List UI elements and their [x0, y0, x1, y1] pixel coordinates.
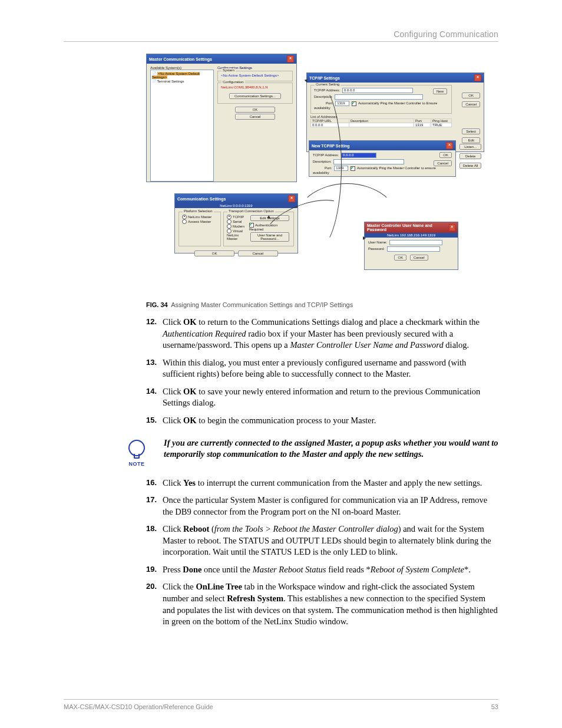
port-label: Port:: [325, 166, 332, 170]
auto-ping-checkbox[interactable]: [351, 166, 355, 171]
step-item: 12.Click OK to return to the Communicati…: [146, 317, 498, 351]
ok-button[interactable]: OK: [462, 93, 480, 98]
dlg-title: TCP/IP Settings: [309, 76, 340, 80]
dlg-title: Communication Settings: [177, 197, 226, 201]
steps-list-a: 12.Click OK to return to the Communicati…: [146, 317, 498, 427]
transport-label: Transport Connection Option: [227, 209, 275, 213]
cancel-button[interactable]: Cancel: [238, 251, 278, 256]
desc-label: Description:: [313, 160, 332, 163]
listen-button[interactable]: Listen...: [459, 144, 481, 150]
port-label: Port:: [326, 101, 333, 105]
radio-virtual[interactable]: [227, 229, 232, 233]
config-value: NetLinx:COM1,38400,8,N,1,N: [221, 85, 289, 89]
step-number: 13.: [146, 357, 163, 380]
cell-ping: TRUE: [431, 123, 452, 127]
cancel-button[interactable]: Cancel: [235, 114, 275, 120]
step-item: 20.Click the OnLine Tree tab in the Work…: [146, 581, 498, 627]
col-desc: Description: [349, 119, 414, 123]
step-number: 15.: [146, 415, 163, 427]
step-text: Once the particular System Master is con…: [163, 495, 498, 518]
step-item: 16.Click Yes to interrupt the current co…: [146, 477, 498, 489]
ok-button[interactable]: OK: [194, 251, 234, 256]
radio-netlinx-master[interactable]: [182, 215, 187, 219]
opt-label: NetLinx Master: [188, 215, 211, 219]
step-text: Click OK to return to the Communications…: [163, 317, 498, 351]
steps-list-b: 16.Click Yes to interrupt the current co…: [146, 477, 498, 628]
address-table[interactable]: TCP/IP:URL Description Port Ping Host 0.…: [310, 118, 452, 127]
step-item: 13.Within this dialog, you must enter a …: [146, 357, 498, 380]
step-text: Click OK to begin the communication proc…: [163, 415, 498, 427]
step-item: 17.Once the particular System Master is …: [146, 495, 498, 518]
system-label: System: [222, 68, 236, 72]
dlg-new-tcpip: New TCP/IP Setting × TCP/IP Address: 0.0…: [309, 140, 456, 177]
radio-serial[interactable]: [227, 219, 232, 224]
note-label: NOTE: [123, 461, 151, 467]
username-input[interactable]: [389, 240, 442, 245]
config-label: Configuration: [222, 80, 245, 84]
radio-tcpip[interactable]: [227, 215, 232, 219]
new-port-input[interactable]: 1319: [334, 166, 348, 171]
arrow-head-icon: [363, 236, 366, 240]
table-row[interactable]: 0.0.0.0 1319 TRUE: [311, 123, 452, 127]
delete-button[interactable]: Delete: [459, 153, 481, 159]
step-number: 20.: [146, 581, 163, 627]
step-text: Within this dialog, you must enter a pre…: [163, 357, 498, 380]
edit-button[interactable]: Edit: [462, 137, 480, 143]
radio-modem[interactable]: [227, 224, 232, 229]
auto-ping-checkbox[interactable]: [352, 101, 356, 106]
close-icon[interactable]: ×: [446, 142, 453, 149]
tree-item[interactable]: <No Active System Default Settings>: [152, 72, 200, 79]
step-number: 18.: [146, 523, 163, 558]
select-button[interactable]: Select: [462, 129, 480, 134]
description-input[interactable]: [335, 94, 423, 100]
opt-label: Serial: [233, 220, 242, 223]
step-number: 14.: [146, 386, 163, 409]
close-icon[interactable]: ×: [287, 55, 294, 62]
radio-axcess-master[interactable]: [182, 219, 187, 224]
step-text: Click OK to save your newly entered info…: [163, 386, 498, 409]
user-label: User Name:: [368, 241, 387, 244]
col-url: TCP/IP:URL: [311, 119, 349, 123]
dlg-title: Master Communication Settings: [149, 57, 212, 61]
tcpip-address-input[interactable]: 0.0.0.0: [342, 88, 413, 93]
new-button[interactable]: New: [433, 88, 447, 94]
auth-required-checkbox[interactable]: [249, 223, 254, 228]
ok-button[interactable]: OK: [439, 152, 452, 158]
current-setting-label: Current Setting: [315, 83, 340, 86]
desc-label: Description:: [314, 95, 333, 98]
col-ping: Ping Host: [431, 119, 452, 123]
ok-button[interactable]: OK: [235, 107, 275, 113]
step-text: Press Done once until the Master Reboot …: [163, 564, 498, 576]
step-item: 14.Click OK to save your newly entered i…: [146, 386, 498, 409]
password-input[interactable]: [387, 246, 440, 252]
close-icon[interactable]: ×: [449, 224, 456, 231]
cancel-button[interactable]: Cancel: [462, 101, 480, 107]
system-tree[interactable]: 📄 <No Active System Default Settings> 📄 …: [150, 70, 214, 182]
comm-settings-button[interactable]: Communication Settings...: [229, 93, 281, 99]
figure-caption-text: Assigning Master Communication Settings …: [171, 301, 353, 308]
step-number: 12.: [146, 317, 163, 351]
dlg-auth: Master Controller User Name and Password…: [364, 222, 458, 270]
auth-banner: NetLinx 192.168.216.149:1319: [365, 233, 458, 238]
step-number: 17.: [146, 495, 163, 518]
new-description-input[interactable]: [333, 159, 404, 164]
pass-label: Password:: [368, 247, 385, 251]
close-icon[interactable]: ×: [474, 74, 481, 81]
tree-item[interactable]: Terminal Settings: [157, 80, 184, 83]
addr-label: TCP/IP Address:: [314, 88, 340, 92]
system-value: <No Active System-Default Settings>: [221, 74, 289, 77]
cell-url: 0.0.0.0: [311, 123, 349, 127]
port-input[interactable]: 1319: [335, 101, 349, 106]
note-text: If you are currently connected to the as…: [164, 437, 498, 460]
user-pass-button[interactable]: User Name and Password...: [250, 232, 289, 242]
new-tcpip-address-input[interactable]: 0.0.0.0: [341, 153, 376, 158]
ok-button[interactable]: OK: [394, 255, 406, 261]
dlg-comm-settings: Communication Settings × NetLinx 0.0.0.0…: [174, 193, 298, 253]
close-icon[interactable]: ×: [288, 195, 295, 202]
cancel-button[interactable]: Cancel: [434, 160, 452, 166]
step-text: Click Yes to interrupt the current commu…: [163, 477, 498, 489]
cell-port: 1319: [414, 123, 431, 127]
page-header: Configuring Communication: [64, 29, 498, 42]
cancel-button[interactable]: Cancel: [410, 255, 428, 261]
delete-all-button[interactable]: Delete All: [459, 163, 481, 169]
